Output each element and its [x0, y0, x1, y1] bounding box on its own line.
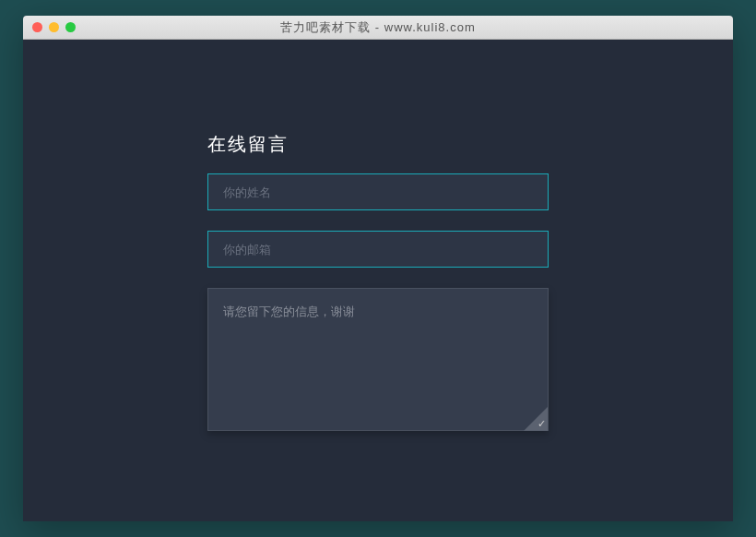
- form-title: 在线留言: [207, 132, 549, 157]
- window-title: 苦力吧素材下载 - www.kuli8.com: [280, 19, 476, 36]
- traffic-lights: [32, 22, 76, 32]
- close-icon[interactable]: [32, 22, 42, 32]
- content-area: 在线留言 ✓: [23, 40, 733, 435]
- email-field[interactable]: [207, 231, 549, 268]
- minimize-icon[interactable]: [49, 22, 59, 32]
- maximize-icon[interactable]: [65, 22, 76, 32]
- message-field[interactable]: [207, 288, 549, 431]
- message-wrapper: ✓: [207, 288, 549, 435]
- titlebar: 苦力吧素材下载 - www.kuli8.com: [23, 16, 733, 40]
- browser-window: 苦力吧素材下载 - www.kuli8.com 在线留言 ✓: [23, 16, 733, 521]
- name-field[interactable]: [207, 173, 549, 210]
- message-form: 在线留言 ✓: [207, 132, 549, 435]
